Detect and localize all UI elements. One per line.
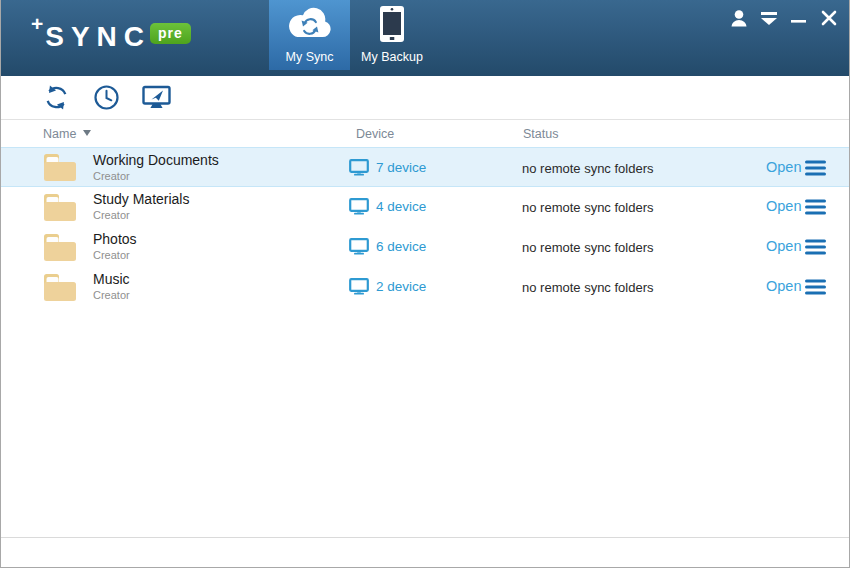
column-header-status: Status: [523, 127, 558, 141]
folder-name: Music: [93, 271, 130, 287]
tab-label: My Sync: [286, 50, 334, 64]
sync-status: no remote sync folders: [522, 240, 654, 255]
row-menu-button[interactable]: [805, 279, 826, 295]
sync-status: no remote sync folders: [522, 161, 654, 176]
column-header-name-label: Name: [43, 127, 76, 141]
device-count: 4 device: [376, 199, 426, 214]
folder-owner: Creator: [93, 249, 130, 261]
column-header-name[interactable]: Name: [43, 127, 91, 141]
tab-my-sync[interactable]: My Sync: [269, 0, 350, 70]
row-menu-button[interactable]: [805, 239, 826, 255]
history-clock-icon: [93, 84, 120, 111]
logo-plus: +: [31, 13, 43, 34]
close-icon[interactable]: [817, 6, 841, 30]
open-link[interactable]: Open: [766, 159, 801, 175]
folder-list: Working Documents Creator 7 device no re…: [1, 147, 849, 307]
folder-icon: [43, 192, 77, 227]
tab-label: My Backup: [361, 50, 423, 64]
table-row[interactable]: Working Documents Creator 7 device no re…: [1, 147, 849, 187]
monitor-icon: [349, 198, 369, 215]
table-row[interactable]: Music Creator 2 device no remote sync fo…: [1, 267, 849, 307]
dropdown-caret-icon[interactable]: [757, 6, 781, 30]
cloud-sync-icon: [287, 0, 333, 48]
monitor-icon: [349, 278, 369, 295]
hamburger-menu-icon: [805, 239, 826, 255]
folder-owner: Creator: [93, 289, 130, 301]
history-button[interactable]: [91, 82, 121, 112]
table-row[interactable]: Study Materials Creator 4 device no remo…: [1, 187, 849, 227]
folder-icon: [43, 152, 77, 187]
folder-icon: [43, 272, 77, 307]
open-link[interactable]: Open: [766, 278, 801, 294]
window-controls: [721, 6, 841, 30]
folder-icon: [43, 232, 77, 267]
folder-name: Study Materials: [93, 191, 189, 207]
device-count: 7 device: [376, 160, 426, 175]
monitor-icon: [349, 238, 369, 255]
user-icon[interactable]: [727, 6, 751, 30]
folder-owner: Creator: [93, 209, 130, 221]
remote-devices-button[interactable]: [141, 82, 171, 112]
status-bar: [1, 537, 849, 567]
folder-name: Working Documents: [93, 152, 219, 168]
refresh-icon: [43, 84, 70, 111]
hamburger-menu-icon: [805, 279, 826, 295]
device-count: 6 device: [376, 239, 426, 254]
column-header-device: Device: [356, 127, 394, 141]
device-link[interactable]: 2 device: [349, 278, 426, 295]
hamburger-menu-icon: [805, 160, 826, 176]
phone-icon: [379, 0, 405, 48]
toolbar: Add folder: [1, 76, 849, 119]
sort-desc-icon: [83, 130, 91, 136]
sync-status: no remote sync folders: [522, 280, 654, 295]
pre-badge: pre: [150, 23, 191, 44]
remote-monitor-icon: [142, 85, 171, 110]
table-header: Name Device Status: [1, 119, 849, 148]
main-tabs: My Sync My Backup: [269, 0, 434, 70]
row-menu-button[interactable]: [805, 160, 826, 176]
row-menu-button[interactable]: [805, 199, 826, 215]
open-link[interactable]: Open: [766, 238, 801, 254]
device-link[interactable]: 4 device: [349, 198, 426, 215]
folder-name: Photos: [93, 231, 137, 247]
hamburger-menu-icon: [805, 199, 826, 215]
device-count: 2 device: [376, 279, 426, 294]
app-logo: + SYNC: [31, 11, 151, 51]
device-link[interactable]: 7 device: [349, 159, 426, 176]
minimize-icon[interactable]: [787, 6, 811, 30]
sync-status: no remote sync folders: [522, 200, 654, 215]
open-link[interactable]: Open: [766, 198, 801, 214]
app-window: + SYNC pre: [0, 0, 850, 568]
device-link[interactable]: 6 device: [349, 238, 426, 255]
tab-my-backup[interactable]: My Backup: [350, 0, 434, 70]
titlebar: + SYNC pre: [1, 0, 849, 76]
refresh-button[interactable]: [41, 82, 71, 112]
logo-text: SYNC: [45, 23, 151, 51]
folder-owner: Creator: [93, 170, 130, 182]
monitor-icon: [349, 159, 369, 176]
table-row[interactable]: Photos Creator 6 device no remote sync f…: [1, 227, 849, 267]
